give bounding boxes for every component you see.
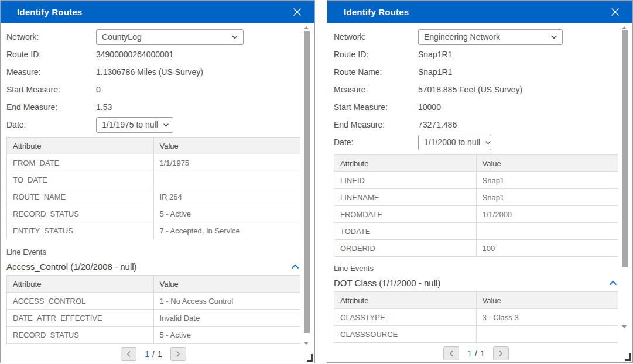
scrollbar-up-arrow-icon[interactable] xyxy=(622,26,627,29)
table-row: LINENAMESnap1 xyxy=(334,189,618,206)
value-cell: Snap1 xyxy=(476,189,618,206)
table-row: CLASSTYPE3 - Class 3 xyxy=(334,309,618,326)
date-select-value: 1/1/2000 to null xyxy=(424,138,480,147)
value-cell: IR 264 xyxy=(153,188,300,205)
table-row: ENTITY_STATUS7 - Accepted, In Service xyxy=(7,222,300,239)
page-separator: / xyxy=(152,349,155,359)
route-id-field-row: Route ID: 34900000264000001 xyxy=(6,46,300,63)
prev-page-button[interactable] xyxy=(443,346,459,360)
line-event-section-title: Access_Control (1/20/2008 - null) xyxy=(6,262,137,272)
value-column-header: Value xyxy=(153,276,300,293)
scrollbar-down-arrow-icon[interactable] xyxy=(304,342,309,345)
value-cell xyxy=(153,171,300,188)
value-cell: 5 - Active xyxy=(153,205,300,222)
value-cell: 1/1/2000 xyxy=(476,206,618,223)
attribute-cell: CLASSTYPE xyxy=(334,309,477,326)
route-id-value: 34900000264000001 xyxy=(96,50,173,59)
measure-value: 1.1306786 Miles (US Survey) xyxy=(96,67,203,77)
scrollbar-down-arrow-icon[interactable] xyxy=(622,325,627,328)
attribute-column-header: Attribute xyxy=(334,292,477,309)
route-name-field-row: Route Name: Snap1R1 xyxy=(334,63,618,81)
table-header-row: Attribute Value xyxy=(7,276,300,293)
table-row: RECORD_STATUS5 - Active xyxy=(7,327,300,344)
dialog-body: Network: CountyLog Route ID: 34900000264… xyxy=(1,23,314,361)
scrollbar-up-arrow-icon[interactable] xyxy=(304,26,309,29)
identify-routes-dialog-2: Identify Routes Network: Engineering Net… xyxy=(327,0,633,363)
table-row: TO_DATE xyxy=(7,171,300,188)
attribute-cell: TO_DATE xyxy=(7,171,154,188)
end-measure-value: 73271.486 xyxy=(418,120,457,129)
attribute-column-header: Attribute xyxy=(7,138,154,154)
attribute-cell: LINEID xyxy=(334,172,477,189)
network-label: Network: xyxy=(6,32,96,42)
network-select[interactable]: CountyLog xyxy=(96,29,244,45)
measure-field-row: Measure: 57018.885 Feet (US Survey) xyxy=(334,81,618,98)
date-label: Date: xyxy=(334,138,418,147)
start-measure-value: 10000 xyxy=(418,102,441,112)
line-events-table: Attribute Value ACCESS_CONTROL1 - No Acc… xyxy=(6,275,300,344)
close-icon[interactable] xyxy=(291,6,303,18)
resize-handle[interactable] xyxy=(625,353,631,361)
measure-label: Measure: xyxy=(6,67,96,77)
network-select-value: CountyLog xyxy=(102,32,142,42)
end-measure-field-row: End Measure: 73271.486 xyxy=(334,116,618,133)
value-cell: 1/1/1975 xyxy=(153,154,300,171)
resize-handle[interactable] xyxy=(307,354,313,362)
route-name-label: Route Name: xyxy=(334,67,418,77)
measure-label: Measure: xyxy=(334,85,418,94)
start-measure-value: 0 xyxy=(96,85,101,94)
line-events-label: Line Events xyxy=(334,264,618,273)
table-row: ACCESS_CONTROL1 - No Access Control xyxy=(7,293,300,310)
date-field-row: Date: 1/1/1975 to null xyxy=(6,116,300,133)
start-measure-field-row: Start Measure: 10000 xyxy=(334,98,618,116)
next-page-button[interactable] xyxy=(170,347,186,361)
pagination: 1 / 1 xyxy=(334,346,618,360)
attribute-cell: FROMDATE xyxy=(334,206,477,223)
start-measure-label: Start Measure: xyxy=(6,85,96,94)
next-page-button[interactable] xyxy=(493,346,509,360)
line-events-table: Attribute Value CLASSTYPE3 - Class 3 CLA… xyxy=(334,291,618,343)
prev-page-button[interactable] xyxy=(121,347,136,361)
attribute-cell: DATE_ATTR_EFFECTIVE xyxy=(7,310,154,327)
chevron-down-icon xyxy=(550,35,557,39)
attribute-table: Attribute Value FROM_DATE1/1/1975 TO_DAT… xyxy=(6,137,300,239)
dialog-title: Identify Routes xyxy=(344,7,409,17)
value-cell: 100 xyxy=(476,240,618,257)
value-cell: 3 - Class 3 xyxy=(476,309,618,326)
close-icon[interactable] xyxy=(609,6,621,18)
line-event-section-header: DOT Class (1/1/2000 - null) xyxy=(334,276,618,289)
dialog-header[interactable]: Identify Routes xyxy=(327,1,632,23)
attribute-cell: FROM_DATE xyxy=(7,154,154,171)
date-field-row: Date: 1/1/2000 to null xyxy=(334,133,618,151)
network-select[interactable]: Engineering Network xyxy=(418,29,563,45)
dialog-title: Identify Routes xyxy=(17,7,82,17)
current-page: 1 xyxy=(467,349,472,358)
value-column-header: Value xyxy=(476,155,618,172)
route-id-field-row: Route ID: Snap1R1 xyxy=(334,46,618,63)
value-cell: 5 - Active xyxy=(153,327,300,344)
line-event-section-header: Access_Control (1/20/2008 - null) xyxy=(6,260,300,273)
pagination: 1 / 1 xyxy=(6,346,300,361)
table-row: ROUTE_NAMEIR 264 xyxy=(7,188,300,205)
table-header-row: Attribute Value xyxy=(7,138,300,154)
network-label: Network: xyxy=(334,32,418,42)
date-select[interactable]: 1/1/2000 to null xyxy=(418,135,491,150)
chevron-up-icon[interactable] xyxy=(609,280,618,286)
page-indicator: 1 / 1 xyxy=(467,349,484,358)
dialog-header[interactable]: Identify Routes xyxy=(1,1,314,23)
scrollbar-thumb[interactable] xyxy=(622,30,628,267)
chevron-up-icon[interactable] xyxy=(291,264,300,269)
route-id-value: Snap1R1 xyxy=(418,50,452,59)
date-select[interactable]: 1/1/1975 to null xyxy=(96,117,173,133)
network-select-value: Engineering Network xyxy=(424,32,500,42)
table-header-row: Attribute Value xyxy=(334,155,618,172)
identify-routes-dialog-1: Identify Routes Network: CountyLog Route… xyxy=(0,0,315,363)
table-row: FROMDATE1/1/2000 xyxy=(334,206,618,223)
network-field-row: Network: Engineering Network xyxy=(334,28,618,46)
attribute-cell: ROUTE_NAME xyxy=(7,188,154,205)
table-row: DATE_ATTR_EFFECTIVEInvalid Date xyxy=(7,310,300,327)
chevron-down-icon xyxy=(485,140,491,145)
scrollbar-thumb[interactable] xyxy=(304,31,310,333)
value-cell: 7 - Accepted, In Service xyxy=(153,222,300,239)
network-field-row: Network: CountyLog xyxy=(6,28,300,46)
